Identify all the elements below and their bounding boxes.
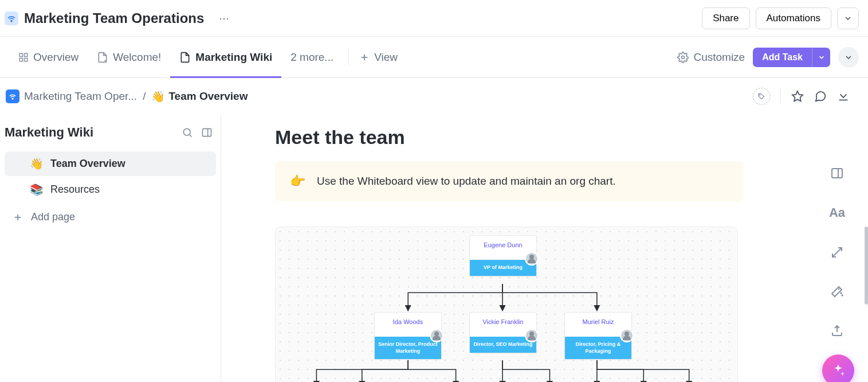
svg-rect-3 [19,58,22,61]
connector-icon [830,245,844,259]
space-title: Marketing Team Operations [24,10,204,26]
avatar [620,329,634,342]
panel-icon [201,127,213,138]
doc-heading: Meet the team [275,126,839,149]
org-node-d2[interactable]: Vickie Franklin Director, SEO Marketing [469,312,537,353]
magic-button[interactable] [830,284,844,298]
customize-button[interactable]: Customize [677,51,745,64]
header-caret-button[interactable] [837,7,859,29]
svg-line-22 [838,289,839,290]
grid-icon [18,52,29,63]
breadcrumb-current[interactable]: 👋 Team Overview [151,90,248,103]
download-button[interactable] [837,90,850,103]
chevron-down-icon [844,53,853,62]
doc-main: Meet the team 👉 Use the Whiteboard view … [221,115,868,382]
svg-rect-2 [25,53,28,56]
views-tab-row: Overview Welcome! Marketing Wiki 2 more.… [0,37,868,78]
svg-point-0 [11,20,12,21]
favorite-button[interactable] [791,90,804,103]
typography-icon: Aa [829,205,845,220]
svg-rect-14 [203,128,211,136]
avatar [525,329,539,342]
top-header: Marketing Team Operations ⋯ Share Automa… [0,0,868,37]
right-toolbar: Aa [829,166,845,337]
divider [348,49,349,66]
chevron-down-icon [843,14,853,23]
magic-wand-icon [830,284,844,298]
callout-text: Use the Whiteboard view to update and ma… [317,175,616,188]
breadcrumb-separator: / [143,90,146,103]
wiki-panel-button[interactable] [201,127,213,138]
callout: 👉 Use the Whiteboard view to update and … [275,161,744,201]
svg-point-9 [760,95,760,95]
share-button[interactable]: Share [702,7,749,29]
tab-more-button[interactable]: 2 more... [281,51,343,64]
sidebar-item-resources[interactable]: 📚 Resources [5,177,216,202]
svg-marker-10 [792,91,803,101]
gear-icon [677,52,689,63]
pointing-emoji-icon: 👉 [290,174,305,189]
add-task-button[interactable]: Add Task [753,48,812,67]
add-page-button[interactable]: Add page [0,203,221,231]
comments-button[interactable] [814,90,827,103]
star-icon [791,90,804,103]
sidebar-item-label: Team Overview [50,158,125,170]
space-icon [5,11,18,25]
wiki-title: Marketing Wiki [5,125,93,140]
sidebar-item-team-overview[interactable]: 👋 Team Overview [5,151,216,176]
plus-icon [359,52,370,63]
upload-button[interactable] [830,323,844,337]
ai-fab-button[interactable] [822,354,854,382]
breadcrumb-space-icon [6,89,19,103]
svg-line-13 [190,135,192,137]
org-node-vp[interactable]: Eugene Dunn VP of Marketing [469,235,537,276]
connector-button[interactable] [830,245,844,259]
org-chart-whiteboard[interactable]: Eugene Dunn VP of Marketing Ida Woods Se… [275,227,738,382]
org-node-d3[interactable]: Muriel Ruiz Director, Pricing & Packagin… [564,312,632,360]
panel-icon [830,166,844,180]
more-menu-button[interactable]: ⋯ [214,10,234,27]
wave-emoji-icon: 👋 [30,157,44,170]
download-arrow-icon [837,90,850,103]
svg-point-24 [842,295,842,295]
avatar [525,252,539,266]
wiki-sidebar: Marketing Wiki 👋 Team Overview 📚 Resourc… [0,115,221,382]
svg-point-8 [12,98,13,99]
tab-overview[interactable]: Overview [9,37,88,77]
wiki-search-button[interactable] [182,127,193,138]
comment-icon [814,90,827,103]
typography-button[interactable]: Aa [829,205,845,220]
svg-rect-19 [832,169,842,178]
add-view-button[interactable]: View [355,51,402,64]
sidebar-item-label: Resources [50,184,100,196]
svg-point-12 [183,128,190,135]
tab-welcome[interactable]: Welcome! [88,37,170,77]
org-node-d1[interactable]: Ida Woods Senior Director, Product Marke… [374,312,442,360]
tag-icon [757,92,765,100]
doc-icon [179,52,191,63]
sparkle-icon [831,363,846,378]
add-task-caret-button[interactable] [812,48,830,67]
plus-icon [13,212,23,223]
svg-point-23 [840,293,841,293]
search-icon [182,127,193,138]
breadcrumb-root[interactable]: Marketing Team Oper... [24,90,137,103]
avatar [430,329,443,342]
panel-toggle-button[interactable] [830,166,844,180]
divider [780,88,781,104]
svg-line-21 [833,248,841,256]
upload-icon [830,323,844,337]
breadcrumb: Marketing Team Oper... / 👋 Team Overview [0,78,868,115]
tabsrow-caret-button[interactable] [838,47,859,68]
tag-button[interactable] [753,88,770,105]
doc-icon [97,52,108,63]
books-emoji-icon: 📚 [30,183,44,196]
scrollbar-thumb[interactable] [865,227,868,305]
add-task-group: Add Task [753,48,830,67]
automations-button[interactable]: Automations [756,7,832,29]
chevron-down-icon [818,53,826,61]
svg-rect-4 [25,58,28,61]
tab-marketing-wiki[interactable]: Marketing Wiki [170,37,281,77]
svg-rect-1 [19,53,22,56]
svg-point-7 [682,56,685,59]
